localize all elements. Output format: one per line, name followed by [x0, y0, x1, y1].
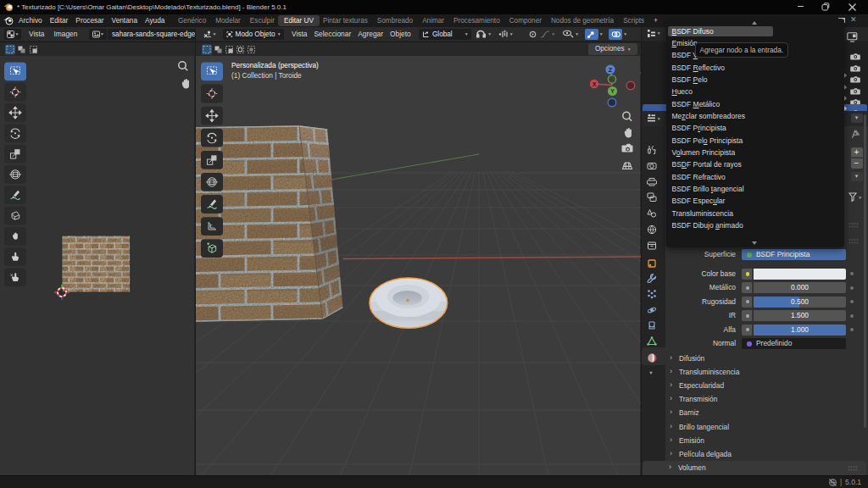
svg-text:Z: Z [609, 67, 613, 73]
svg-text:Personalizada (perspectiva): Personalizada (perspectiva) [231, 61, 319, 69]
svg-text:‹: ‹ [640, 69, 641, 77]
svg-text:Y: Y [610, 88, 615, 94]
svg-text:(1) Collection | Toroide: (1) Collection | Toroide [231, 71, 302, 80]
svg-text:X: X [593, 81, 597, 87]
